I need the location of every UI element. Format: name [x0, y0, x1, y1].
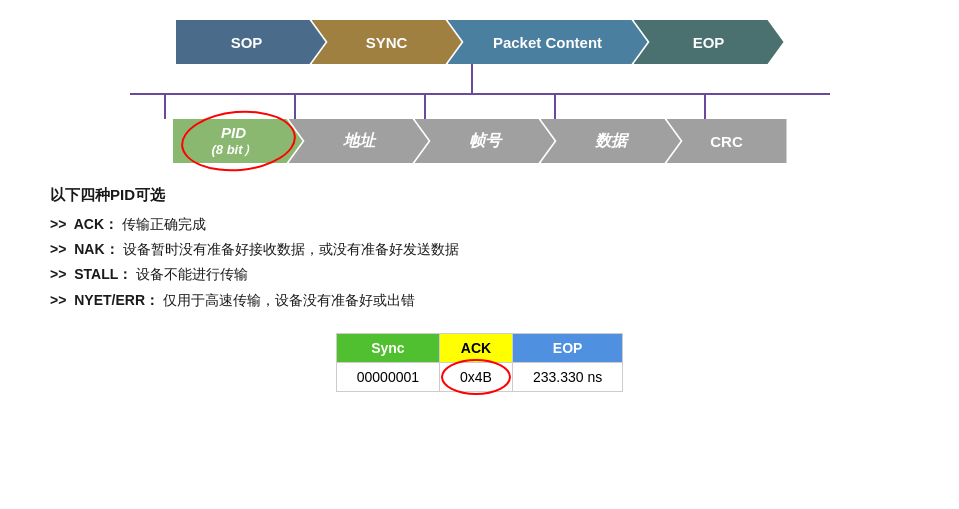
- eop-top-label: EOP: [693, 34, 725, 51]
- text-section: 以下四种PID可选 >> ACK： 传输正确完成 >> NAK： 设备暂时没有准…: [30, 181, 929, 313]
- arrow-4: >>: [50, 288, 66, 313]
- sop-label: SOP: [231, 34, 263, 51]
- arrow-3: >>: [50, 262, 66, 287]
- text-line-3: >> STALL： 设备不能进行传输: [50, 262, 929, 287]
- connector-svg: [100, 64, 860, 119]
- val-1: 传输正确完成: [122, 212, 206, 237]
- diagram-container: SOP SYNC Packet Content EOP: [30, 20, 929, 163]
- th-eop: EOP: [512, 333, 622, 362]
- top-packet-row: SOP SYNC Packet Content EOP: [176, 20, 784, 64]
- th-sync: Sync: [336, 333, 439, 362]
- key-2: NAK：: [70, 237, 118, 262]
- td-eop: 233.330 ns: [512, 362, 622, 391]
- key-4: NYET/ERR：: [70, 288, 159, 313]
- packet-label: Packet Content: [493, 34, 602, 51]
- packet-block: Packet Content: [448, 20, 648, 64]
- addr-label: 地址: [343, 131, 375, 152]
- td-ack: 0x4B: [440, 362, 513, 391]
- sop-block: SOP: [176, 20, 326, 64]
- key-3: STALL：: [70, 262, 132, 287]
- arrow-1: >>: [50, 212, 66, 237]
- data-block: 数据: [541, 119, 681, 163]
- crc-block: CRC: [667, 119, 787, 163]
- frame-label: 帧号: [469, 131, 501, 152]
- sync-label: SYNC: [366, 34, 408, 51]
- text-line-2: >> NAK： 设备暂时没有准备好接收数据，或没有准备好发送数据: [50, 237, 929, 262]
- text-line-4: >> NYET/ERR： 仅用于高速传输，设备没有准备好或出错: [50, 288, 929, 313]
- pid-label: PID (8 bit）: [211, 124, 255, 158]
- text-line-1: >> ACK： 传输正确完成: [50, 212, 929, 237]
- table-row: 00000001 0x4B 233.330 ns: [336, 362, 623, 391]
- data-label: 数据: [595, 131, 627, 152]
- frame-block: 帧号: [415, 119, 555, 163]
- val-4: 仅用于高速传输，设备没有准备好或出错: [163, 288, 415, 313]
- data-table: Sync ACK EOP 00000001 0x4B 233.330 ns: [336, 333, 624, 392]
- val-3: 设备不能进行传输: [136, 262, 248, 287]
- table-container: Sync ACK EOP 00000001 0x4B 233.330 ns: [30, 333, 929, 392]
- sync-block: SYNC: [312, 20, 462, 64]
- crc-label: CRC: [710, 133, 743, 150]
- val-2: 设备暂时没有准备好接收数据，或没有准备好发送数据: [123, 237, 459, 262]
- th-ack: ACK: [440, 333, 513, 362]
- key-1: ACK：: [70, 212, 118, 237]
- bottom-packet-row: PID (8 bit） 地址 帧号 数据 CRC: [173, 119, 787, 163]
- pid-block: PID (8 bit）: [173, 119, 303, 163]
- arrow-2: >>: [50, 237, 66, 262]
- ack-value: 0x4B: [460, 369, 492, 385]
- eop-top-block: EOP: [634, 20, 784, 64]
- addr-block: 地址: [289, 119, 429, 163]
- text-title: 以下四种PID可选: [50, 181, 929, 208]
- table-header-row: Sync ACK EOP: [336, 333, 623, 362]
- td-sync: 00000001: [336, 362, 439, 391]
